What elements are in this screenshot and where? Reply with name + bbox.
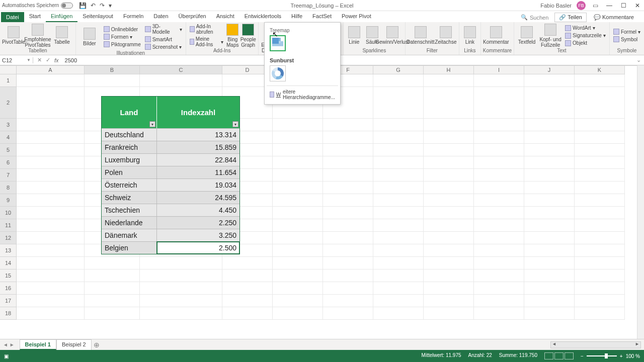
tell-me-search[interactable]: 🔍Suchen [518, 14, 551, 21]
timeline-button[interactable]: Zeitachse [435, 26, 457, 45]
cell-index[interactable]: 22.844 [157, 154, 239, 166]
object-button[interactable]: Objekt [564, 40, 607, 47]
more-hierarchy-charts-button[interactable]: Weitere Hierarchiediagramme... [267, 85, 338, 103]
comments-button[interactable]: 💬 Kommentare [590, 13, 638, 22]
row-header-1[interactable]: 1 [0, 74, 17, 87]
formula-input[interactable]: 2500 [62, 57, 633, 63]
cancel-formula-icon[interactable]: ✕ [37, 57, 42, 63]
fx-icon[interactable]: fx [54, 57, 62, 63]
column-header-A[interactable]: A [17, 66, 85, 74]
column-header-B[interactable]: B [85, 66, 140, 74]
header-footer-button[interactable]: Kopf- und Fußzeile [538, 24, 562, 48]
column-header-K[interactable]: K [575, 66, 625, 74]
tab-hilfe[interactable]: Hilfe [286, 11, 307, 22]
tab-entwicklertools[interactable]: Entwicklertools [239, 11, 286, 22]
column-header-G[interactable]: G [373, 66, 424, 74]
cell-index[interactable]: 4.450 [157, 204, 239, 216]
row-header-4[interactable]: 4 [0, 131, 17, 144]
name-box[interactable]: C12▼ [0, 57, 33, 63]
sheet-tab-1[interactable]: Beispiel 2 [56, 339, 92, 350]
horizontal-scrollbar[interactable] [550, 341, 641, 348]
pictures-button[interactable]: Bilder [78, 28, 101, 46]
cell-index[interactable]: 2.500 [157, 242, 239, 254]
user-avatar[interactable]: FB [577, 1, 586, 10]
row-header-18[interactable]: 18 [0, 307, 17, 320]
minimize-icon[interactable]: — [605, 2, 614, 9]
page-break-view-button[interactable] [565, 352, 574, 359]
tab-einfügen[interactable]: Einfügen [46, 11, 77, 22]
cell-index[interactable]: 24.595 [157, 192, 239, 204]
wordart-button[interactable]: WordArt ▾ [564, 25, 607, 32]
cells[interactable]: Land▼Indexzahl▼Deutschland13.314Frankrei… [17, 74, 625, 320]
bing-maps-button[interactable]: Bing Maps [226, 24, 239, 48]
filter-button-index[interactable]: ▼ [232, 121, 238, 127]
table-button[interactable]: Tabelle [50, 26, 73, 45]
table-row[interactable]: Schweiz24.595 [102, 191, 239, 204]
row-header-7[interactable]: 7 [0, 169, 17, 182]
add-sheet-button[interactable]: ⊕ [92, 341, 102, 349]
autosave-toggle[interactable] [61, 3, 73, 9]
cell-land[interactable]: Frankreich [102, 141, 157, 153]
tab-power pivot[interactable]: Power Pivot [337, 11, 376, 22]
row-header-14[interactable]: 14 [0, 257, 17, 269]
undo-icon[interactable]: ↶ [91, 2, 96, 9]
column-header-I[interactable]: I [474, 66, 524, 74]
column-header-J[interactable]: J [524, 66, 575, 74]
cell-land[interactable]: Deutschland [102, 129, 157, 141]
row-header-12[interactable]: 12 [0, 232, 17, 244]
smartart-button[interactable]: SmartArt [143, 36, 184, 43]
table-row[interactable]: Niederlande2.250 [102, 216, 239, 229]
share-button[interactable]: 🔗 Teilen [554, 13, 587, 22]
tab-daten[interactable]: Daten [148, 11, 173, 22]
sparkline-line-button[interactable]: Linie [346, 26, 363, 45]
filter-button-land[interactable]: ▼ [149, 121, 155, 127]
cell-land[interactable]: Niederlande [102, 217, 157, 229]
table-row[interactable]: Belgien2.500 [102, 241, 239, 254]
shapes-button[interactable]: Formen ▾ [102, 33, 142, 40]
zoom-in-button[interactable]: + [620, 353, 623, 359]
cell-index[interactable]: 19.034 [157, 179, 239, 191]
treemap-option[interactable] [270, 35, 286, 51]
row-header-6[interactable]: 6 [0, 156, 17, 169]
row-header-16[interactable]: 16 [0, 282, 17, 295]
table-row[interactable]: Luxemburg22.844 [102, 153, 239, 166]
file-tab[interactable]: Datei [1, 12, 24, 22]
recommended-pivot-button[interactable]: Empfohlene PivotTables [26, 24, 49, 48]
row-header-11[interactable]: 11 [0, 219, 17, 232]
cell-index[interactable]: 3.250 [157, 229, 239, 241]
screenshot-button[interactable]: Screenshot ▾ [143, 43, 184, 50]
sheet-tab-0[interactable]: Beispiel 1 [20, 339, 56, 350]
cell-land[interactable]: Schweiz [102, 192, 157, 204]
cell-land[interactable]: Belgien [102, 242, 157, 254]
icons-button[interactable]: Piktogramme [102, 41, 142, 48]
tab-factset[interactable]: FactSet [307, 11, 337, 22]
column-header-C[interactable]: C [140, 66, 222, 74]
table-row[interactable]: Deutschland13.314 [102, 128, 239, 141]
equation-button[interactable]: Formel ▾ [612, 28, 642, 35]
slicer-button[interactable]: Datenschnitt [408, 26, 434, 45]
table-row[interactable]: Österreich19.034 [102, 178, 239, 191]
table-row[interactable]: Tschechien4.450 [102, 204, 239, 216]
cell-land[interactable]: Österreich [102, 179, 157, 191]
table-row[interactable]: Frankreich15.859 [102, 141, 239, 153]
row-header-2[interactable]: 2 [0, 87, 17, 119]
my-addins-button[interactable]: Meine Add-Ins ▾ [188, 36, 225, 48]
record-macro-icon[interactable]: ▣ [4, 353, 9, 359]
row-header-17[interactable]: 17 [0, 295, 17, 307]
zoom-out-button[interactable]: − [581, 353, 584, 359]
maximize-icon[interactable]: ☐ [619, 2, 628, 9]
row-header-10[interactable]: 10 [0, 207, 17, 219]
cell-land[interactable]: Tschechien [102, 204, 157, 216]
table-row[interactable]: Dänemark3.250 [102, 229, 239, 241]
cell-index[interactable]: 13.314 [157, 129, 239, 141]
people-graph-button[interactable]: People Graph [240, 24, 256, 48]
zoom-level[interactable]: 100 % [626, 353, 640, 359]
textbox-button[interactable]: Textfeld [516, 26, 537, 45]
enter-formula-icon[interactable]: ✓ [46, 57, 50, 63]
cell-land[interactable]: Luxemburg [102, 154, 157, 166]
user-name[interactable]: Fabio Basler [540, 3, 572, 9]
signature-button[interactable]: Signaturzeile ▾ [564, 32, 607, 39]
normal-view-button[interactable] [544, 352, 553, 359]
cell-land[interactable]: Polen [102, 166, 157, 178]
sunburst-option[interactable] [270, 65, 286, 81]
